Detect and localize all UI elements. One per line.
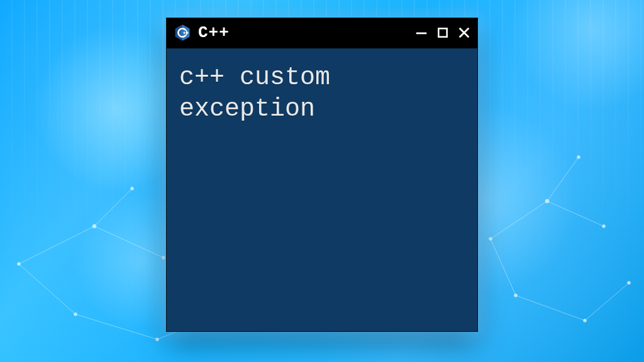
terminal-content: c++ custom exception [179, 62, 465, 124]
svg-point-10 [74, 313, 77, 316]
titlebar[interactable]: C++ [167, 18, 477, 47]
terminal-body[interactable]: c++ custom exception [167, 47, 477, 331]
window-title: C++ [198, 23, 408, 42]
svg-line-0 [19, 226, 94, 264]
svg-line-3 [19, 264, 75, 314]
background: C++ c++ custom exception [0, 0, 644, 362]
svg-point-9 [131, 187, 134, 190]
svg-point-6 [18, 263, 21, 266]
svg-point-25 [628, 282, 631, 285]
svg-line-1 [94, 226, 164, 258]
cpp-logo-icon [173, 23, 192, 42]
svg-line-17 [516, 295, 585, 321]
svg-line-13 [491, 201, 547, 239]
window-controls [414, 26, 471, 40]
svg-line-14 [547, 201, 604, 226]
svg-point-8 [162, 256, 165, 260]
svg-point-11 [156, 338, 159, 341]
svg-line-4 [75, 314, 157, 339]
close-button[interactable] [457, 26, 471, 40]
maximize-button[interactable] [436, 26, 450, 40]
svg-point-23 [514, 294, 518, 297]
svg-line-2 [94, 189, 132, 226]
svg-point-19 [489, 238, 492, 241]
svg-point-24 [584, 319, 587, 322]
svg-line-15 [547, 157, 579, 201]
svg-point-21 [602, 225, 606, 228]
svg-line-18 [585, 283, 629, 321]
svg-line-16 [491, 239, 516, 295]
svg-point-20 [545, 199, 549, 203]
terminal-window: C++ c++ custom exception [167, 18, 477, 331]
svg-point-22 [577, 156, 580, 159]
svg-point-7 [92, 224, 96, 228]
minimize-button[interactable] [414, 26, 428, 40]
svg-rect-31 [183, 33, 186, 33]
svg-rect-35 [438, 28, 447, 36]
svg-rect-33 [186, 33, 189, 33]
